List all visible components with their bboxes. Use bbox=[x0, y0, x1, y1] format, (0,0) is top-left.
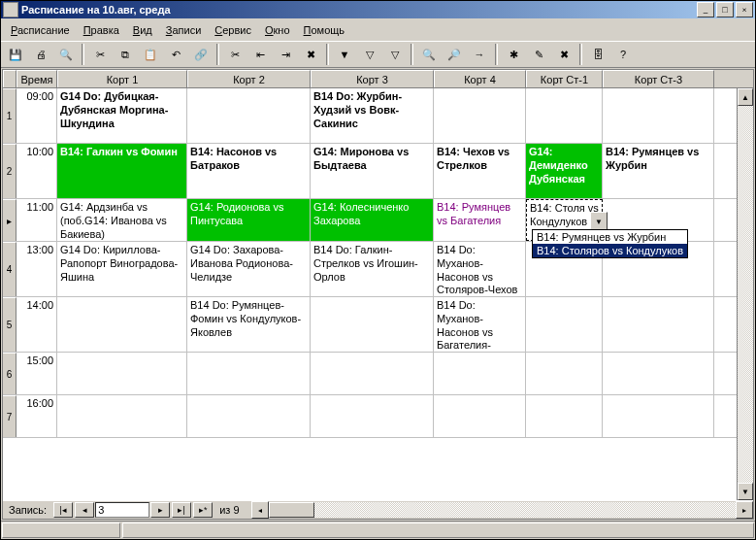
column-header[interactable]: Корт 1 bbox=[57, 70, 187, 87]
schedule-cell[interactable] bbox=[603, 88, 714, 143]
schedule-cell[interactable]: G14 Do: Захарова-Иванова Родионова-Челид… bbox=[187, 242, 311, 296]
maximize-button[interactable]: □ bbox=[716, 2, 734, 17]
horizontal-scrollbar[interactable]: ◂ ▸ bbox=[251, 502, 753, 518]
scroll-up-button[interactable]: ▲ bbox=[738, 88, 753, 106]
new-icon[interactable]: ✎ bbox=[527, 43, 550, 66]
preview-icon[interactable]: 🔍 bbox=[54, 43, 78, 66]
schedule-cell[interactable] bbox=[603, 395, 714, 437]
funnel-apply-icon[interactable]: ▼ bbox=[333, 43, 356, 66]
schedule-cell[interactable] bbox=[311, 353, 434, 394]
scroll-down-button[interactable]: ▼ bbox=[738, 483, 753, 500]
schedule-cell[interactable]: G14: Миронова vs Быдтаева bbox=[311, 144, 434, 198]
schedule-cell[interactable] bbox=[57, 297, 187, 352]
nav-next-button[interactable]: ▸ bbox=[150, 502, 170, 518]
schedule-cell[interactable] bbox=[57, 353, 187, 394]
schedule-cell[interactable]: B14: Румянцев vs Багателия bbox=[434, 199, 526, 241]
help-icon[interactable]: ? bbox=[611, 43, 635, 66]
goto-icon[interactable]: → bbox=[468, 43, 491, 66]
schedule-cell[interactable] bbox=[187, 395, 311, 437]
paste-icon[interactable]: 📋 bbox=[139, 43, 162, 66]
nav-first-button[interactable]: |◂ bbox=[53, 502, 73, 518]
schedule-cell[interactable]: B14: Галкин vs Фомин bbox=[57, 144, 187, 198]
find-next-icon[interactable]: 🔎 bbox=[443, 43, 466, 66]
schedule-cell[interactable] bbox=[187, 353, 311, 394]
cell-dropdown[interactable]: B14: Румянцев vs ЖурбинB14: Столяров vs … bbox=[532, 229, 688, 258]
nav-last-button[interactable]: ▸| bbox=[172, 502, 191, 518]
vertical-scrollbar[interactable]: ▲ ▼ bbox=[737, 88, 753, 500]
schedule-cell[interactable]: G14: Демиденко Дубянская bbox=[526, 144, 603, 198]
asterisk-icon[interactable]: ✱ bbox=[502, 43, 525, 66]
minimize-button[interactable]: _ bbox=[697, 2, 714, 17]
schedule-cell[interactable]: G14 Do: Дубицкая-Дубянская Моргина-Шкунд… bbox=[57, 88, 187, 143]
close-button[interactable]: × bbox=[736, 2, 753, 17]
scroll-track[interactable] bbox=[738, 106, 753, 483]
funnel-clear-icon[interactable]: ▽ bbox=[383, 43, 407, 66]
cell-dropdown-arrow[interactable]: ▼ bbox=[590, 212, 608, 231]
schedule-cell[interactable] bbox=[311, 297, 434, 352]
schedule-cell[interactable]: B14 Do: Галкин-Стрелков vs Игошин-Орлов bbox=[311, 242, 434, 296]
scissors-icon[interactable]: ✂ bbox=[223, 43, 247, 66]
schedule-cell[interactable]: B14 Do: Румянцев-Фомин vs Кондулуков-Яко… bbox=[187, 297, 311, 352]
arrow-r-icon[interactable]: ⇥ bbox=[274, 43, 297, 66]
schedule-cell[interactable] bbox=[526, 353, 603, 394]
arrow-l-icon[interactable]: ⇤ bbox=[248, 43, 272, 66]
schedule-cell[interactable]: B14: Чехов vs Стрелков bbox=[434, 144, 526, 198]
cut-icon[interactable]: ✂ bbox=[88, 43, 112, 66]
schedule-cell[interactable]: B14: Румянцев vs Журбин bbox=[603, 144, 714, 198]
copy-icon[interactable]: ⧉ bbox=[114, 43, 137, 66]
dropdown-item[interactable]: B14: Румянцев vs Журбин bbox=[533, 230, 687, 244]
nav-new-button[interactable]: ▸* bbox=[193, 502, 213, 518]
schedule-cell[interactable] bbox=[526, 88, 603, 143]
menu-Помощь[interactable]: Помощь bbox=[298, 23, 351, 37]
column-header[interactable]: Корт 3 bbox=[311, 70, 434, 87]
schedule-cell[interactable]: G14 Do: Кириллова-Рапопорт Виноградова-Я… bbox=[57, 242, 187, 296]
scroll-thumb[interactable] bbox=[269, 502, 314, 518]
column-header[interactable]: Корт Ст-1 bbox=[526, 70, 603, 87]
db-icon[interactable]: 🗄 bbox=[586, 43, 609, 66]
scroll-right-button[interactable]: ▸ bbox=[736, 501, 753, 519]
column-header[interactable]: Корт 4 bbox=[434, 70, 526, 87]
scroll-left-button[interactable]: ◂ bbox=[251, 501, 269, 519]
dropdown-item[interactable]: B14: Столяров vs Кондулуков bbox=[533, 244, 687, 257]
schedule-cell[interactable]: G14: Колесниченко Захарова bbox=[311, 199, 434, 241]
schedule-cell[interactable]: B14: Насонов vs Батраков bbox=[187, 144, 311, 198]
schedule-cell[interactable]: B14 Do: Журбин-Худзий vs Вовк-Сакинис bbox=[311, 88, 434, 143]
menu-Сервис[interactable]: Сервис bbox=[209, 23, 257, 37]
save-icon[interactable]: 💾 bbox=[4, 43, 27, 66]
print-icon[interactable]: 🖨 bbox=[29, 43, 52, 66]
column-header[interactable]: Корт 2 bbox=[187, 70, 311, 87]
toolbar: 💾🖨🔍✂⧉📋↶🔗✂⇤⇥✖▼▽▽🔍🔎→✱✎✖🗄? bbox=[1, 41, 755, 68]
schedule-cell[interactable]: B14 Do: Муханов-Насонов vs Столяров-Чехо… bbox=[434, 242, 526, 296]
schedule-cell[interactable]: B14 Do: Муханов-Насонов vs Багателия-Рум… bbox=[434, 297, 526, 352]
schedule-cell[interactable] bbox=[526, 395, 603, 437]
column-header[interactable]: Время bbox=[16, 70, 57, 87]
link-icon[interactable]: 🔗 bbox=[189, 43, 213, 66]
grid-body: ▼ B14: Румянцев vs ЖурбинB14: Столяров v… bbox=[3, 88, 753, 500]
column-header[interactable]: Корт Ст-3 bbox=[603, 70, 714, 87]
menu-Окно[interactable]: Окно bbox=[259, 23, 296, 37]
menu-Записи[interactable]: Записи bbox=[160, 23, 208, 37]
record-input[interactable] bbox=[95, 502, 149, 518]
table-row: 514:00B14 Do: Румянцев-Фомин vs Кондулук… bbox=[3, 297, 737, 353]
cross-icon[interactable]: ✖ bbox=[299, 43, 322, 66]
schedule-cell[interactable]: G14: Родионова vs Пинтусава bbox=[187, 199, 311, 241]
schedule-cell[interactable] bbox=[526, 297, 603, 352]
schedule-cell[interactable] bbox=[57, 395, 187, 437]
schedule-cell[interactable] bbox=[434, 88, 526, 143]
schedule-cell[interactable] bbox=[603, 297, 714, 352]
delete-row-icon[interactable]: ✖ bbox=[552, 43, 575, 66]
schedule-cell[interactable] bbox=[311, 395, 434, 437]
find-icon[interactable]: 🔍 bbox=[417, 43, 441, 66]
funnel-icon[interactable]: ▽ bbox=[358, 43, 381, 66]
schedule-cell[interactable] bbox=[603, 353, 714, 394]
schedule-cell[interactable] bbox=[434, 353, 526, 394]
schedule-cell[interactable] bbox=[434, 395, 526, 437]
schedule-cell[interactable] bbox=[187, 88, 311, 143]
column-header[interactable] bbox=[3, 70, 16, 87]
nav-prev-button[interactable]: ◂ bbox=[75, 502, 94, 518]
menu-Правка[interactable]: Правка bbox=[78, 23, 125, 37]
menu-Расписание[interactable]: Расписание bbox=[5, 23, 76, 37]
schedule-cell[interactable]: G14: Ардзинба vs (поб.G14: Иванова vs Ба… bbox=[57, 199, 187, 241]
undo-icon[interactable]: ↶ bbox=[164, 43, 187, 66]
menu-Вид[interactable]: Вид bbox=[127, 23, 158, 37]
